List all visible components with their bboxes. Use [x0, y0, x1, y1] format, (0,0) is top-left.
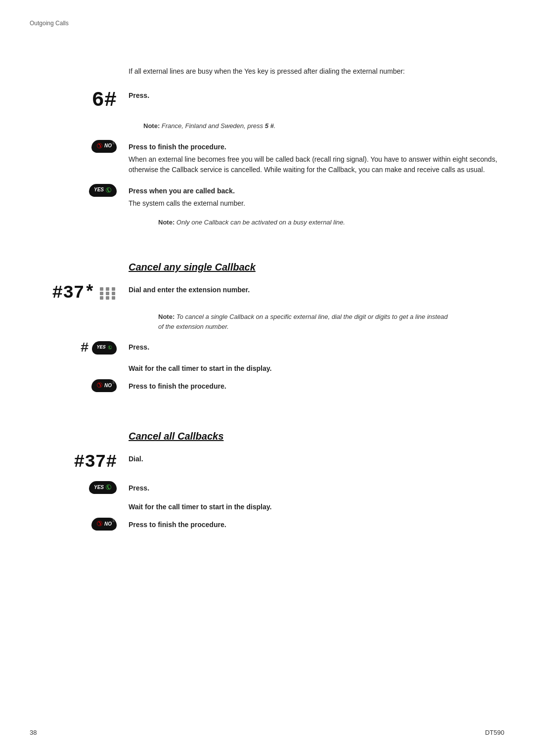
- intro-text: If all external lines are busy when the …: [129, 66, 450, 77]
- hash-yes-keys: # YES ✆: [81, 340, 117, 356]
- page-footer: 38 DT590: [30, 729, 504, 736]
- hash-symbol: #: [81, 340, 89, 356]
- step-yes1-row: YES ✆ Press when you are called back. Th…: [30, 184, 504, 209]
- step-hash37hash-right: Dial.: [129, 452, 504, 464]
- key-6hash: 6#: [92, 89, 117, 112]
- step-yes2-action: Press.: [129, 484, 149, 492]
- section-cancel-single-heading: Cancel any single Callback: [129, 262, 450, 273]
- step-hash37hash-row: #37# Dial.: [30, 452, 504, 472]
- step-yes1-bold: Press when you are called back.: [129, 187, 235, 195]
- note-cancel-single-label: Note:: [158, 313, 175, 320]
- key-hash37star: #37*: [52, 283, 117, 303]
- step-yes2-right: Press.: [129, 481, 504, 493]
- step-6hash-left: 6#: [30, 89, 129, 112]
- keypad-grid-icon: [100, 287, 117, 300]
- note-one-callback-label: Note:: [158, 219, 175, 226]
- handset-right-icon-1: ✆: [104, 185, 114, 195]
- step-wait2-text: Wait for the call timer to start in the …: [129, 503, 271, 511]
- breadcrumb: Outgoing Calls: [30, 20, 504, 27]
- no-button-icon-1: ✆ NO ①: [91, 140, 117, 153]
- step-hash37star-left: #37*: [30, 283, 129, 303]
- step-yes1-right: Press when you are called back. The syst…: [129, 184, 504, 209]
- section-cancel-all-heading: Cancel all Callbacks: [129, 431, 450, 442]
- note-one-callback: Note: Only one Callback can be activated…: [158, 218, 450, 227]
- step-no1-right: Press to finish the procedure. When an e…: [129, 140, 504, 175]
- step-hash37hash-left: #37#: [30, 452, 129, 472]
- no-label-3: NO: [104, 521, 112, 527]
- step-no2-right: Press to finish the procedure.: [129, 379, 504, 392]
- step-wait1-text: Wait for the call timer to start in the …: [129, 364, 271, 372]
- yes-button-icon-1: YES ✆: [89, 184, 117, 197]
- step-hash37star-action: Dial and enter the extension number.: [129, 286, 250, 294]
- step-no1-left: ✆ NO ①: [30, 140, 129, 153]
- step-no3-row: ✆ NO ① Press to finish the procedure.: [30, 518, 504, 531]
- no-label-2: NO: [104, 383, 112, 388]
- no-button-icon-2: ✆ NO ①: [91, 379, 117, 392]
- step-no2-bold: Press to finish the procedure.: [129, 382, 226, 390]
- no-superscript-3: ①: [112, 519, 115, 523]
- yes-label-2: YES: [97, 345, 106, 350]
- note-france: Note: France, Finland and Sweden, press …: [143, 121, 450, 131]
- key-hash37hash-text: #37#: [74, 452, 117, 472]
- no-button-icon-3: ✆ NO ①: [91, 518, 117, 531]
- note-one-callback-text: Only one Callback can be activated on a …: [177, 219, 345, 226]
- model-name: DT590: [485, 729, 504, 736]
- step-no3-left: ✆ NO ①: [30, 518, 129, 531]
- step-no1-bold: Press to finish the procedure.: [129, 143, 226, 151]
- yes-label-1: YES: [94, 187, 104, 192]
- step-no2-left: ✆ NO ①: [30, 379, 129, 392]
- step-hash-yes-action: Press.: [129, 343, 149, 351]
- step-no3-right: Press to finish the procedure.: [129, 518, 504, 530]
- step-no1-body: When an external line becomes free you w…: [129, 154, 504, 175]
- step-hash37hash-action: Dial.: [129, 455, 143, 463]
- yes-button-icon-3: YES ✆: [89, 481, 117, 494]
- step-6hash-row: 6# Press.: [30, 89, 504, 112]
- step-hash-yes-right: Press.: [129, 340, 504, 353]
- step-hash37star-right: Dial and enter the extension number.: [129, 283, 504, 295]
- step-yes1-body: The system calls the external number.: [129, 198, 504, 209]
- yes-button-icon-2: YES ✆: [92, 341, 117, 355]
- page-number: 38: [30, 729, 37, 736]
- no-label-1: NO: [104, 143, 112, 148]
- no-superscript-1: ①: [112, 141, 115, 145]
- step-no2-row: ✆ NO ① Press to finish the procedure.: [30, 379, 504, 392]
- step-yes1-left: YES ✆: [30, 184, 129, 197]
- page: Outgoing Calls If all external lines are…: [0, 0, 534, 756]
- step-yes2-left: YES ✆: [30, 481, 129, 494]
- handset-left-icon-2: ✆: [94, 380, 104, 390]
- handset-left-icon-3: ✆: [94, 519, 104, 529]
- handset-left-icon-1: ✆: [94, 141, 104, 151]
- key-hash37star-text: #37*: [52, 283, 95, 303]
- note-france-text: France, Finland and Sweden, press 5 #.: [162, 122, 276, 130]
- step-hash-yes-left: # YES ✆: [30, 340, 129, 356]
- step-hash-yes-row: # YES ✆ Press.: [30, 340, 504, 356]
- handset-right-icon-3: ✆: [104, 482, 114, 492]
- step-no3-bold: Press to finish the procedure.: [129, 521, 226, 529]
- step-yes2-row: YES ✆ Press.: [30, 481, 504, 494]
- step-hash37star-row: #37* Dial and enter the extension number…: [30, 283, 504, 303]
- handset-right-icon-2: ✆: [105, 343, 114, 352]
- step-6hash-right: Press.: [129, 89, 504, 101]
- step-6hash-action: Press.: [129, 91, 149, 99]
- note-france-label: Note:: [143, 122, 160, 130]
- yes-label-3: YES: [94, 485, 104, 490]
- no-superscript-2: ①: [112, 380, 115, 385]
- note-cancel-single-text: To cancel a single Callback on a specifi…: [158, 313, 448, 330]
- note-cancel-single: Note: To cancel a single Callback on a s…: [158, 312, 450, 331]
- step-no1-row: ✆ NO ① Press to finish the procedure. Wh…: [30, 140, 504, 175]
